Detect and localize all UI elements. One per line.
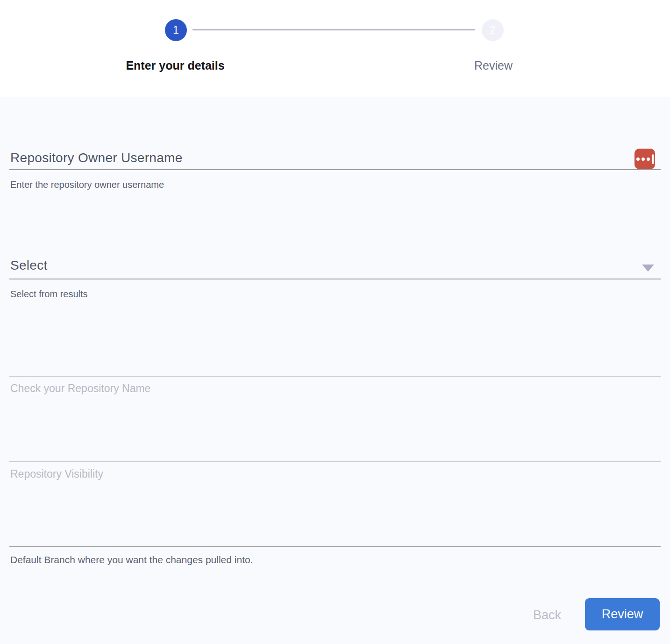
default-branch-underline <box>9 546 661 547</box>
lastpass-bar <box>652 154 654 164</box>
lastpass-dot <box>636 157 640 161</box>
results-select-underline <box>9 279 661 279</box>
repository-owner-username-input[interactable] <box>10 148 627 168</box>
step-1-number: 1 <box>173 24 179 36</box>
step-2-indicator: 2 <box>482 19 504 41</box>
owner-input-underline <box>9 169 661 170</box>
repository-visibility-underline <box>9 461 661 462</box>
wizard-page: 1 2 Enter your details Review Enter the … <box>0 0 670 644</box>
repository-name-helper-text: Check your Repository Name <box>10 382 150 395</box>
lastpass-autofill-icon[interactable] <box>634 149 655 169</box>
results-select[interactable]: Select <box>10 258 636 279</box>
lastpass-dot <box>647 157 650 161</box>
step-1-indicator: 1 <box>165 19 187 41</box>
step-2-label: Review <box>400 59 587 72</box>
chevron-down-icon <box>642 265 654 272</box>
step-1-label: Enter your details <box>82 59 269 72</box>
review-button[interactable]: Review <box>585 598 660 630</box>
owner-helper-text: Enter the repository owner username <box>10 179 164 190</box>
repository-visibility-helper-text: Repository Visibility <box>10 468 103 480</box>
step-2-number: 2 <box>490 24 496 36</box>
repository-name-underline <box>9 376 661 377</box>
default-branch-helper-text: Default Branch where you want the change… <box>10 554 253 565</box>
results-select-helper-text: Select from results <box>10 289 88 300</box>
back-button[interactable]: Back <box>519 605 576 625</box>
stepper-connector-line <box>192 29 475 30</box>
lastpass-dot <box>641 157 645 161</box>
